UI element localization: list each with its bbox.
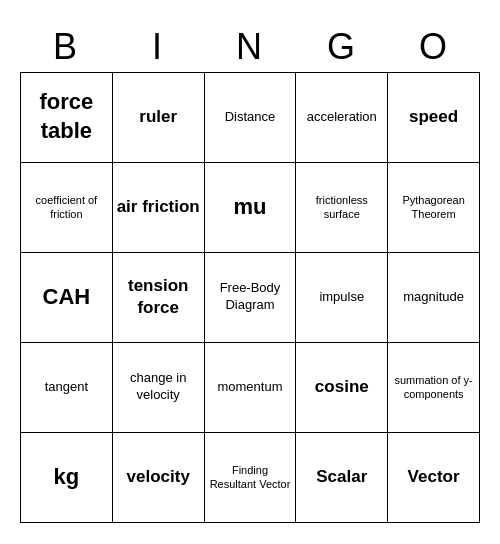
bingo-cell: ruler <box>113 73 205 163</box>
header-letter: O <box>388 22 480 72</box>
bingo-cell: frictionless surface <box>296 163 388 253</box>
bingo-cell: change in velocity <box>113 343 205 433</box>
bingo-cell: Vector <box>388 433 480 523</box>
bingo-cell: Pythagorean Theorem <box>388 163 480 253</box>
bingo-cell: Distance <box>205 73 297 163</box>
bingo-cell: CAH <box>21 253 113 343</box>
bingo-cell: speed <box>388 73 480 163</box>
bingo-cell: air friction <box>113 163 205 253</box>
bingo-cell: coefficient of friction <box>21 163 113 253</box>
bingo-cell: momentum <box>205 343 297 433</box>
header-letter: B <box>20 22 112 72</box>
header-letter: I <box>112 22 204 72</box>
bingo-cell: kg <box>21 433 113 523</box>
header-letter: G <box>296 22 388 72</box>
bingo-cell: Finding Resultant Vector <box>205 433 297 523</box>
bingo-cell: acceleration <box>296 73 388 163</box>
bingo-card: BINGO force tablerulerDistanceaccelerati… <box>20 22 480 523</box>
header-letter: N <box>204 22 296 72</box>
bingo-grid: force tablerulerDistanceaccelerationspee… <box>20 72 480 523</box>
bingo-cell: tangent <box>21 343 113 433</box>
bingo-cell: velocity <box>113 433 205 523</box>
bingo-cell: summation of y-components <box>388 343 480 433</box>
bingo-cell: mu <box>205 163 297 253</box>
bingo-cell: magnitude <box>388 253 480 343</box>
bingo-header: BINGO <box>20 22 480 72</box>
bingo-cell: cosine <box>296 343 388 433</box>
bingo-cell: Free-Body Diagram <box>205 253 297 343</box>
bingo-cell: impulse <box>296 253 388 343</box>
bingo-cell: tension force <box>113 253 205 343</box>
bingo-cell: Scalar <box>296 433 388 523</box>
bingo-cell: force table <box>21 73 113 163</box>
